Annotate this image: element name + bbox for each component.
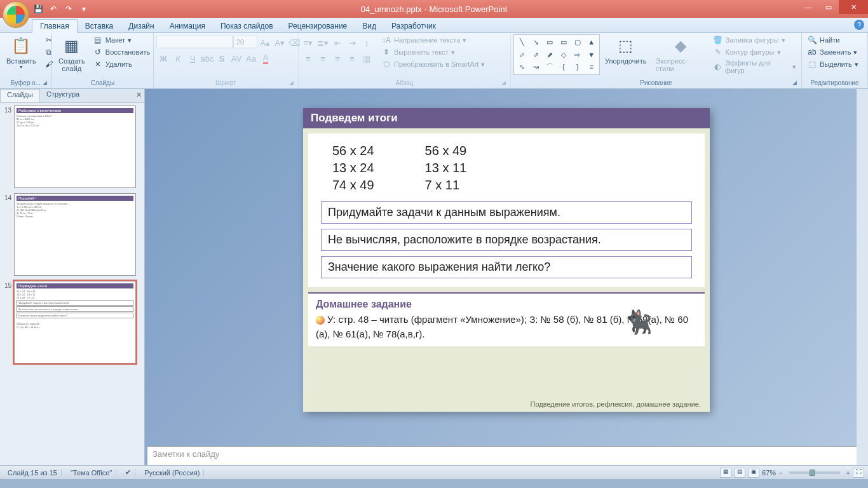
window-title: 04_umnozh.pptx - Microsoft PowerPoint bbox=[361, 4, 508, 14]
tab-design[interactable]: Дизайн bbox=[121, 20, 161, 32]
slide[interactable]: Подведем итоги 56 х 24 13 х 24 74 х 49 5… bbox=[303, 108, 710, 412]
align-right-icon[interactable]: ≡ bbox=[330, 51, 344, 65]
shape-outline-button[interactable]: ✎Контур фигуры ▾ bbox=[710, 46, 799, 58]
zoom-in-icon[interactable]: + bbox=[846, 469, 850, 477]
dialog-launcher-icon[interactable]: ◢ bbox=[289, 79, 297, 87]
tab-home[interactable]: Главная bbox=[32, 19, 78, 33]
align-left-icon[interactable]: ≡ bbox=[301, 51, 315, 65]
thumbnail-14[interactable]: Подумай ! Танцевальная студия заказала 1… bbox=[14, 193, 136, 276]
font-color-icon[interactable]: A bbox=[259, 51, 273, 65]
layout-button[interactable]: ▤Макет ▾ bbox=[90, 34, 153, 46]
bullets-icon[interactable]: ≡▾ bbox=[301, 36, 315, 50]
shadow-icon[interactable]: S bbox=[215, 51, 229, 65]
tab-review[interactable]: Рецензирование bbox=[281, 20, 355, 32]
maximize-button[interactable]: ▭ bbox=[818, 0, 839, 14]
slide-canvas[interactable]: Подведем итоги 56 х 24 13 х 24 74 х 49 5… bbox=[145, 89, 868, 446]
thumb-number: 13 bbox=[3, 105, 11, 188]
fit-window-icon[interactable]: ⛶ bbox=[853, 468, 864, 478]
dialog-launcher-icon[interactable]: ◢ bbox=[792, 79, 800, 87]
undo-icon[interactable]: ↶ bbox=[47, 3, 60, 15]
dialog-launcher-icon[interactable]: ◢ bbox=[501, 79, 509, 87]
text-direction-button[interactable]: ↕AНаправление текста ▾ bbox=[379, 34, 487, 46]
indent-dec-icon[interactable]: ⇤ bbox=[330, 36, 344, 50]
thumb-row: 15 Подведем итоги 56 х 24 56 х 4913 х 24… bbox=[3, 281, 142, 363]
dialog-launcher-icon[interactable]: ◢ bbox=[43, 79, 50, 87]
tab-developer[interactable]: Разработчик bbox=[384, 20, 444, 32]
tab-slideshow[interactable]: Показ слайдов bbox=[213, 20, 281, 32]
justify-icon[interactable]: ≡ bbox=[345, 51, 359, 65]
zoom-out-icon[interactable]: − bbox=[778, 469, 782, 477]
bold-icon[interactable]: Ж bbox=[156, 51, 170, 65]
arrange-button[interactable]: ⬚ Упорядочить bbox=[601, 34, 650, 66]
paste-button[interactable]: 📋 Вставить ▼ bbox=[3, 34, 40, 71]
zoom-slider[interactable] bbox=[789, 471, 840, 474]
view-slideshow-icon[interactable]: ▣ bbox=[748, 468, 759, 478]
select-button[interactable]: ⬚Выделить ▾ bbox=[804, 58, 861, 70]
strike-icon[interactable]: abc bbox=[200, 51, 214, 65]
indent-inc-icon[interactable]: ⇥ bbox=[345, 36, 359, 50]
find-button[interactable]: 🔍Найти bbox=[804, 34, 861, 46]
grow-font-icon[interactable]: A▴ bbox=[258, 36, 272, 50]
shape-fill-button[interactable]: 🪣Заливка фигуры ▾ bbox=[710, 34, 799, 46]
spacing-icon[interactable]: AV bbox=[229, 51, 243, 65]
group-title: Редактирование bbox=[804, 79, 865, 87]
quick-styles-button[interactable]: ◆ Экспресс-стили bbox=[652, 34, 709, 74]
close-button[interactable]: ✕ bbox=[839, 0, 868, 14]
status-language[interactable]: Русский (Россия) bbox=[140, 469, 204, 477]
shapes-gallery[interactable]: ╲↘▭▭▢▲ ⬀⇗⬈◇⇨▼ ∿↝⌒{}≡ bbox=[513, 34, 600, 75]
task-box: Придумайте задачи к данным выражениям. bbox=[321, 201, 692, 224]
thumbnail-15[interactable]: Подведем итоги 56 х 24 56 х 4913 х 24 13… bbox=[14, 281, 136, 363]
tab-view[interactable]: Вид bbox=[355, 20, 384, 32]
line-spacing-icon[interactable]: ↕ bbox=[360, 36, 374, 50]
view-sorter-icon[interactable]: ▤ bbox=[734, 468, 745, 478]
select-icon: ⬚ bbox=[807, 59, 817, 69]
office-button[interactable] bbox=[3, 1, 29, 28]
shrink-font-icon[interactable]: A▾ bbox=[273, 36, 287, 50]
minimize-button[interactable]: — bbox=[798, 0, 818, 14]
smartart-button[interactable]: ⬡Преобразовать в SmartArt ▾ bbox=[379, 58, 487, 70]
main-area: Слайды Структура ✕ 13 Работаем с величин… bbox=[0, 89, 868, 465]
underline-icon[interactable]: Ч bbox=[186, 51, 200, 65]
tab-animation[interactable]: Анимация bbox=[162, 20, 213, 32]
ribbon: 📋 Вставить ▼ ✂ ⧉ 🖌 Буфер о... ◢ ▦ Создат… bbox=[0, 33, 868, 89]
expr: 13 х 11 bbox=[425, 161, 467, 175]
columns-icon[interactable]: ▥ bbox=[360, 51, 374, 65]
replace-button[interactable]: abЗаменить ▾ bbox=[804, 46, 861, 58]
quick-access-toolbar: 💾 ↶ ↷ ▾ bbox=[32, 3, 90, 15]
redo-icon[interactable]: ↷ bbox=[62, 3, 75, 15]
group-drawing: ╲↘▭▭▢▲ ⬀⇗⬈◇⇨▼ ∿↝⌒{}≡ ⬚ Упорядочить ◆ Экс… bbox=[511, 33, 802, 88]
smartart-icon: ⬡ bbox=[381, 59, 391, 69]
shape-effects-button[interactable]: ◐Эффекты для фигур ▾ bbox=[710, 58, 799, 75]
expr: 7 х 11 bbox=[425, 178, 467, 193]
expr-col-right: 56 х 49 13 х 11 7 х 11 bbox=[425, 144, 467, 195]
new-slide-button[interactable]: ▦ Создать слайд bbox=[55, 34, 89, 74]
zoom-thumb[interactable] bbox=[810, 470, 815, 476]
tab-insert[interactable]: Вставка bbox=[78, 20, 121, 32]
font-size-combo[interactable]: 20 bbox=[233, 36, 257, 48]
case-icon[interactable]: Aa bbox=[244, 51, 258, 65]
align-text-button[interactable]: ⬍Выровнять текст ▾ bbox=[379, 46, 487, 58]
panel-tab-slides[interactable]: Слайды bbox=[0, 89, 40, 102]
notes-area[interactable]: Заметки к слайду bbox=[147, 446, 857, 465]
qat-dropdown-icon[interactable]: ▾ bbox=[78, 3, 90, 15]
align-text-icon: ⬍ bbox=[381, 47, 391, 57]
font-family-combo[interactable] bbox=[156, 36, 233, 48]
editor-area: Подведем итоги 56 х 24 13 х 24 74 х 49 5… bbox=[145, 89, 868, 465]
group-paragraph: ≡▾ ≣▾ ⇤ ⇥ ↕ ≡ ≡ ≡ ≡ ▥ ↕AНаправление текс… bbox=[299, 33, 511, 88]
help-icon[interactable]: ? bbox=[854, 20, 864, 30]
task-box: Не вычисляя, расположите в порядке возра… bbox=[321, 229, 692, 251]
panel-close-icon[interactable]: ✕ bbox=[136, 91, 142, 99]
thumb-row: 14 Подумай ! Танцевальная студия заказал… bbox=[3, 193, 142, 276]
align-center-icon[interactable]: ≡ bbox=[316, 51, 330, 65]
thumbnail-13[interactable]: Работаем с величинами Сколько сантиметро… bbox=[14, 105, 136, 188]
reset-button[interactable]: ↺Восстановить bbox=[90, 46, 153, 58]
panel-tab-outline[interactable]: Структура bbox=[40, 89, 86, 102]
vertical-scrollbar[interactable] bbox=[857, 89, 868, 465]
save-icon[interactable]: 💾 bbox=[32, 3, 44, 15]
italic-icon[interactable]: К bbox=[171, 51, 185, 65]
numbering-icon[interactable]: ≣▾ bbox=[316, 36, 330, 50]
thumbnails[interactable]: 13 Работаем с величинами Сколько сантиме… bbox=[0, 103, 144, 465]
delete-button[interactable]: ✕Удалить bbox=[90, 58, 153, 70]
view-normal-icon[interactable]: ▦ bbox=[720, 468, 731, 478]
status-spellcheck-icon[interactable]: ✔ bbox=[121, 468, 135, 477]
